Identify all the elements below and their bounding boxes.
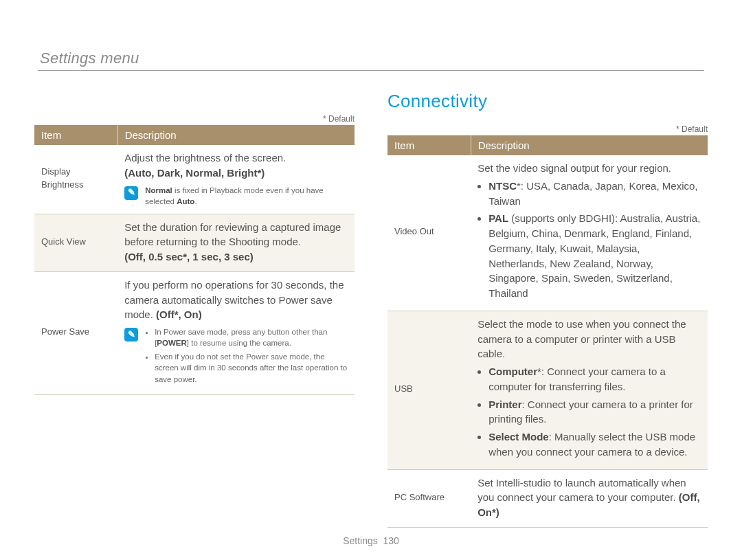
bullet-bold: Printer xyxy=(488,399,521,410)
note-icon: ✎ xyxy=(124,328,138,341)
right-column: Connectivity * Default Item Description … xyxy=(387,91,708,560)
item-description: Set the duration for reviewing a capture… xyxy=(117,214,355,271)
footer-page: 130 xyxy=(383,535,399,546)
note-list-item: Even if you do not set the Power save mo… xyxy=(155,351,348,384)
desc-text: Select the mode to use when you connect … xyxy=(477,318,686,360)
left-table: Item Description Display Brightness Adju… xyxy=(34,125,355,395)
item-label: PC Software xyxy=(387,469,471,527)
default-note: * Default xyxy=(387,124,708,134)
note-end: . xyxy=(194,197,196,205)
col-header-item: Item xyxy=(387,135,471,155)
col-header-description: Description xyxy=(117,125,355,145)
item-label: Video Out xyxy=(387,155,471,311)
item-description: Select the mode to use when you connect … xyxy=(471,311,708,469)
table-row: Quick View Set the duration for reviewin… xyxy=(34,214,355,271)
note-list-item: In Power save mode, press any button oth… xyxy=(155,326,348,348)
list-item: PAL (supports only BDGHI): Australia, Au… xyxy=(488,211,701,301)
note-text: Normal is fixed in Playback mode even if… xyxy=(145,185,348,207)
default-note: * Default xyxy=(34,114,355,124)
item-label: USB xyxy=(387,311,471,469)
item-description: Set the video signal output for your reg… xyxy=(471,155,708,311)
options-inline: (Off*, On) xyxy=(156,309,202,320)
list-item: Printer: Connect your camera to a printe… xyxy=(488,397,701,427)
col-header-description: Description xyxy=(471,135,708,155)
section-heading: Connectivity xyxy=(387,91,708,112)
table-row: PC Software Set Intelli-studio to launch… xyxy=(387,469,708,527)
note-bold: POWER xyxy=(157,339,186,347)
item-label: Quick View xyxy=(34,214,117,271)
table-row: Video Out Set the video signal output fo… xyxy=(387,155,708,311)
breadcrumb: Settings menu xyxy=(40,49,139,67)
item-description: If you perform no operations for 30 seco… xyxy=(117,271,355,394)
table-row: Power Save If you perform no operations … xyxy=(34,271,355,394)
note-box: ✎ Normal is fixed in Playback mode even … xyxy=(124,185,348,207)
note-bold: Normal xyxy=(145,186,172,194)
left-column: * Default Item Description Display Brigh… xyxy=(34,114,355,560)
page: Settings menu * Default Item Description… xyxy=(0,0,742,560)
table-row: Display Brightness Adjust the brightness… xyxy=(34,145,355,214)
divider xyxy=(38,70,704,71)
item-label: Power Save xyxy=(34,271,117,394)
bullet-bold: NTSC xyxy=(488,180,517,192)
note-pre: Even if you do not set the Power save mo… xyxy=(155,352,347,383)
desc-text: Adjust the brightness of the screen. xyxy=(124,152,286,164)
list-item: Computer*: Connect your camera to a comp… xyxy=(488,364,701,394)
col-header-item: Item xyxy=(34,125,117,145)
bullet-paren: (supports only BDGHI) xyxy=(508,212,615,224)
item-description: Set Intelli-studio to launch automatical… xyxy=(471,469,708,527)
bullet-bold: PAL xyxy=(488,212,508,224)
bullet-bold: Select Mode xyxy=(488,431,549,443)
list-item: NTSC*: USA, Canada, Japan, Korea, Mexico… xyxy=(488,179,701,209)
bullet-list: Computer*: Connect your camera to a comp… xyxy=(477,364,701,460)
options: (Off, 0.5 sec*, 1 sec, 3 sec) xyxy=(124,251,254,262)
desc-text: Set Intelli-studio to launch automatical… xyxy=(477,477,686,504)
footer-label: Settings xyxy=(343,535,378,546)
desc-text: Set the duration for reviewing a capture… xyxy=(124,221,341,248)
bullet-bold: Computer xyxy=(488,366,537,377)
bullet-list: NTSC*: USA, Canada, Japan, Korea, Mexico… xyxy=(477,179,701,301)
note-span: is fixed in Playback mode even if you ha… xyxy=(145,186,324,205)
desc-text: Set the video signal output for your reg… xyxy=(477,162,671,174)
item-description: Adjust the brightness of the screen. (Au… xyxy=(117,145,355,214)
note-text: In Power save mode, press any button oth… xyxy=(145,326,348,387)
note-icon: ✎ xyxy=(124,186,138,200)
list-item: Select Mode: Manually select the USB mod… xyxy=(488,429,701,460)
item-label: Display Brightness xyxy=(34,145,117,214)
footer: Settings 130 xyxy=(0,535,742,546)
bullet-post: : Australia, Austria, Belgium, China, De… xyxy=(488,212,700,299)
note-post: ] to resume using the camera. xyxy=(187,339,291,347)
note-box: ✎ In Power save mode, press any button o… xyxy=(124,326,348,387)
right-table: Item Description Video Out Set the video… xyxy=(387,135,708,528)
table-row: USB Select the mode to use when you conn… xyxy=(387,311,708,469)
columns: * Default Item Description Display Brigh… xyxy=(34,82,708,560)
note-bold2: Auto xyxy=(177,197,194,205)
options: (Auto, Dark, Normal, Bright*) xyxy=(124,167,265,179)
